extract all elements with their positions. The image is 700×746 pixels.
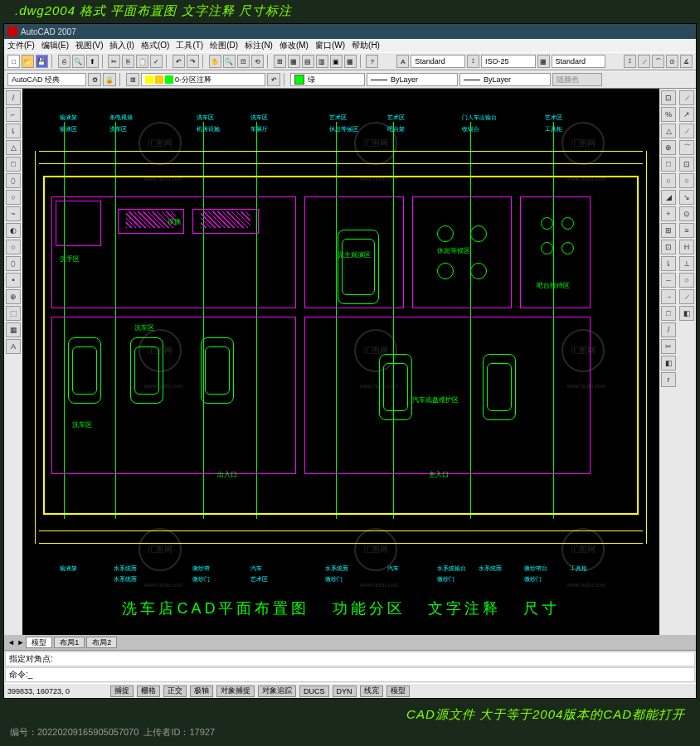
markup-button[interactable]: ▣ xyxy=(330,55,343,68)
layer-manager-button[interactable]: ⊞ xyxy=(126,73,139,86)
zoom-window-button[interactable]: ⊡ xyxy=(237,55,250,68)
rotate-tool[interactable]: ◢ xyxy=(661,190,676,205)
fillet-tool[interactable]: / xyxy=(661,322,676,337)
offset-tool[interactable]: ⊕ xyxy=(661,140,676,155)
otrack-toggle[interactable]: 对象追踪 xyxy=(258,685,296,697)
dim-tool-5[interactable]: ○ xyxy=(679,173,694,188)
paste-button[interactable]: 📋 xyxy=(136,55,148,68)
arc-tool[interactable]: ⬯ xyxy=(6,173,21,188)
menu-window[interactable]: 窗口(W) xyxy=(315,40,345,51)
make-block-tool[interactable]: ⊕ xyxy=(6,289,21,304)
menu-format[interactable]: 格式(O) xyxy=(141,40,169,51)
redo-button[interactable]: ↷ xyxy=(187,55,199,68)
dim-style-dropdown[interactable]: ISO-25 xyxy=(481,55,536,68)
osnap-toggle[interactable]: 对象捕捉 xyxy=(216,685,255,697)
explode-tool[interactable]: ✂ xyxy=(661,339,676,354)
pan-button[interactable]: ✋ xyxy=(209,55,221,68)
designcenter-button[interactable]: ▦ xyxy=(288,55,300,68)
line-tool[interactable]: / xyxy=(6,90,21,105)
print-button[interactable]: ⎙ xyxy=(58,55,70,68)
circle-tool[interactable]: ○ xyxy=(6,190,21,205)
lwt-toggle[interactable]: 线宽 xyxy=(360,685,383,697)
sheet-button[interactable]: ▥ xyxy=(316,55,328,68)
tab-arrows[interactable]: ◄ ► xyxy=(7,638,24,647)
plotstyle-dropdown[interactable]: 随颜色 xyxy=(552,73,602,86)
dim-tool-8[interactable]: ≡ xyxy=(679,223,694,238)
ellipse-arc-tool[interactable]: ○ xyxy=(6,240,21,254)
lock-ui-button[interactable]: 🔒 xyxy=(103,73,116,86)
chamfer-tool[interactable]: □ xyxy=(661,306,676,321)
menu-file[interactable]: 文件(F) xyxy=(7,40,35,51)
array-tool[interactable]: □ xyxy=(661,157,676,172)
construction-line-tool[interactable]: ⌐ xyxy=(6,107,21,122)
layer-prev-button[interactable]: ↶ xyxy=(267,73,280,86)
menu-help[interactable]: 帮助(H) xyxy=(352,40,380,51)
snap-toggle[interactable]: 捕捉 xyxy=(110,685,134,697)
dim-tool-3[interactable]: ⌒ xyxy=(679,140,694,155)
command-input[interactable]: 命令:_ xyxy=(5,667,695,682)
dim-arc-button[interactable]: ⌒ xyxy=(652,55,664,68)
properties-button[interactable]: ⊞ xyxy=(274,55,286,68)
workspace-settings-button[interactable]: ⚙ xyxy=(88,73,101,86)
insert-block-tool[interactable]: ⬯ xyxy=(6,256,21,271)
linetype-dropdown[interactable]: ByLayer xyxy=(367,73,458,86)
preview-button[interactable]: 🔍 xyxy=(72,55,85,68)
polyline-tool[interactable]: ⤹ xyxy=(6,124,21,138)
dyn-toggle[interactable]: DYN xyxy=(333,685,357,697)
hatch-tool[interactable]: ⬚ xyxy=(6,306,21,321)
move-tool[interactable]: ○ xyxy=(661,173,676,188)
tab-layout1[interactable]: 布局1 xyxy=(54,637,85,648)
table-style-dropdown[interactable]: Standard xyxy=(552,55,606,68)
dim-radius-button[interactable]: ⊙ xyxy=(666,55,678,68)
color-dropdown[interactable]: 绿 xyxy=(290,73,365,86)
text-style-icon[interactable]: A xyxy=(396,55,409,68)
menu-modify[interactable]: 修改(M) xyxy=(280,40,309,51)
publish-button[interactable]: ⬆ xyxy=(86,55,99,68)
cut-button[interactable]: ✂ xyxy=(108,55,120,68)
ellipse-tool[interactable]: ◐ xyxy=(6,223,21,238)
ortho-toggle[interactable]: 正交 xyxy=(163,685,187,697)
layer-dropdown[interactable]: 0-分区注释 xyxy=(141,73,265,86)
ducs-toggle[interactable]: DUCS xyxy=(299,685,329,697)
dim-tool-4[interactable]: ⊡ xyxy=(679,157,694,172)
dim-tool-0[interactable]: ⟋ xyxy=(679,90,694,105)
spline-tool[interactable]: ~ xyxy=(6,206,21,221)
scale-tool[interactable]: + xyxy=(661,206,676,221)
zoom-button[interactable]: 🔍 xyxy=(223,55,236,68)
dim-tool-10[interactable]: ⊥ xyxy=(679,256,694,271)
tool-a17[interactable]: r xyxy=(661,372,676,387)
menu-tools[interactable]: 工具(T) xyxy=(176,40,203,51)
dim-tool-13[interactable]: ◧ xyxy=(679,306,694,321)
extend-tool[interactable]: ⤹ xyxy=(661,256,676,271)
tool-palette-button[interactable]: ▤ xyxy=(302,55,314,68)
save-button[interactable]: 💾 xyxy=(36,55,48,68)
menu-draw[interactable]: 绘图(D) xyxy=(210,40,238,51)
menu-view[interactable]: 视图(V) xyxy=(75,40,103,51)
dim-tool-9[interactable]: H xyxy=(679,240,694,254)
stretch-tool[interactable]: ⊞ xyxy=(661,223,676,238)
workspace-dropdown[interactable]: AutoCAD 经典 xyxy=(7,73,86,86)
table-style-icon[interactable]: ▦ xyxy=(537,55,550,68)
dim-tool-6[interactable]: ↘ xyxy=(679,190,694,205)
dim-tool-1[interactable]: ↗ xyxy=(679,107,694,122)
grid-toggle[interactable]: 栅格 xyxy=(137,685,160,697)
dim-angle-button[interactable]: ∡ xyxy=(680,55,693,68)
gradient-tool[interactable]: ▦ xyxy=(6,322,21,337)
undo-button[interactable]: ↶ xyxy=(173,55,185,68)
dim-tool-12[interactable]: ⟋ xyxy=(679,289,694,304)
menu-edit[interactable]: 编辑(E) xyxy=(41,40,69,51)
copy-tool[interactable]: % xyxy=(661,107,676,122)
dim-tool-2[interactable]: ⟋ xyxy=(679,124,694,138)
match-button[interactable]: ✓ xyxy=(150,55,163,68)
calc-button[interactable]: ▦ xyxy=(344,55,357,68)
zoom-prev-button[interactable]: ⟲ xyxy=(251,55,264,68)
menu-insert[interactable]: 插入(I) xyxy=(109,40,134,51)
mirror-tool[interactable]: △ xyxy=(661,124,676,138)
point-tool[interactable]: • xyxy=(6,273,21,288)
tab-model[interactable]: 模型 xyxy=(26,637,52,648)
polygon-tool[interactable]: △ xyxy=(6,140,21,155)
dim-aligned-button[interactable]: ⟋ xyxy=(638,55,650,68)
dim-tool-11[interactable]: ○ xyxy=(679,273,694,288)
model-toggle[interactable]: 模型 xyxy=(386,685,410,697)
open-button[interactable]: 📂 xyxy=(22,55,34,68)
